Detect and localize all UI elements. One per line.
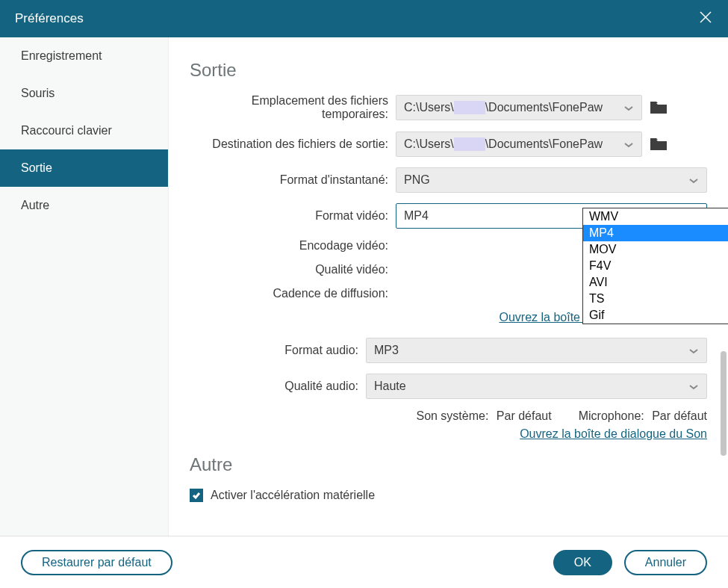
restore-defaults-button[interactable]: Restaurer par défaut xyxy=(21,550,172,575)
chevron-down-icon xyxy=(688,173,699,187)
audio-format-value: MP3 xyxy=(374,344,399,357)
microphone-value: Par défaut xyxy=(652,409,707,422)
sidebar-item-autre[interactable]: Autre xyxy=(0,187,168,224)
output-location-label: Destination des fichiers de sortie: xyxy=(190,137,396,151)
output-location-value: C:\Users\\Documents\FonePaw xyxy=(404,137,603,152)
framerate-label: Cadence de diffusion: xyxy=(190,287,396,300)
hw-accel-checkbox[interactable] xyxy=(190,489,203,502)
snapshot-format-label: Format d'instantané: xyxy=(190,173,396,187)
chevron-down-icon xyxy=(688,380,699,393)
audio-format-label: Format audio: xyxy=(190,344,366,357)
video-format-dropdown: WMV MP4 MOV F4V AVI TS Gif xyxy=(582,208,728,324)
cancel-button[interactable]: Annuler xyxy=(624,550,707,575)
sidebar-item-souris[interactable]: Souris xyxy=(0,75,168,112)
titlebar: Préférences xyxy=(0,0,728,37)
body: Enregistrement Souris Raccourci clavier … xyxy=(0,37,728,536)
snapshot-format-value: PNG xyxy=(404,173,430,187)
dropdown-item-avi[interactable]: AVI xyxy=(583,274,728,291)
sidebar-item-sortie[interactable]: Sortie xyxy=(0,149,168,187)
chevron-down-icon xyxy=(688,344,699,357)
section-title-sortie: Sortie xyxy=(190,60,707,81)
section-title-autre: Autre xyxy=(190,454,707,475)
hw-accel-label: Activer l'accélération matérielle xyxy=(211,489,375,502)
video-quality-label: Qualité vidéo: xyxy=(190,263,396,276)
temp-location-label: Emplacement des fichiers temporaires: xyxy=(190,94,396,121)
scrollbar-thumb[interactable] xyxy=(721,351,727,456)
dropdown-item-mov[interactable]: MOV xyxy=(583,241,728,258)
preferences-window: Préférences Enregistrement Souris Raccou… xyxy=(0,0,728,588)
main-panel: Sortie Emplacement des fichiers temporai… xyxy=(169,37,728,536)
audio-format-select[interactable]: MP3 xyxy=(366,338,707,363)
window-title: Préférences xyxy=(15,11,84,26)
system-sound-value: Par défaut xyxy=(497,409,552,422)
dropdown-item-gif[interactable]: Gif xyxy=(583,307,728,324)
close-icon[interactable] xyxy=(698,10,713,28)
microphone-label: Microphone: xyxy=(579,409,644,422)
chevron-down-icon xyxy=(623,101,634,114)
video-encoding-label: Encodage vidéo: xyxy=(190,239,396,253)
dropdown-item-wmv[interactable]: WMV xyxy=(583,208,728,225)
folder-icon[interactable] xyxy=(648,135,669,153)
folder-icon[interactable] xyxy=(648,99,669,117)
output-location-select[interactable]: C:\Users\\Documents\FonePaw xyxy=(396,131,642,157)
ok-button[interactable]: OK xyxy=(553,550,612,575)
sidebar-item-enregistrement[interactable]: Enregistrement xyxy=(0,37,168,75)
footer: Restaurer par défaut OK Annuler xyxy=(0,536,728,588)
dropdown-item-mp4[interactable]: MP4 xyxy=(583,225,728,241)
audio-quality-label: Qualité audio: xyxy=(190,380,366,393)
video-format-value: MP4 xyxy=(404,209,429,223)
sidebar-item-raccourci[interactable]: Raccourci clavier xyxy=(0,112,168,149)
temp-location-value: C:\Users\\Documents\FonePaw xyxy=(404,101,603,115)
dropdown-item-ts[interactable]: TS xyxy=(583,291,728,307)
sound-dialog-link[interactable]: Ouvrez la boîte de dialogue du Son xyxy=(520,427,707,440)
audio-quality-value: Haute xyxy=(374,380,406,393)
sidebar: Enregistrement Souris Raccourci clavier … xyxy=(0,37,169,536)
chevron-down-icon xyxy=(623,137,634,151)
video-format-label: Format vidéo: xyxy=(190,209,396,223)
system-sound-label: Son système: xyxy=(416,409,488,422)
temp-location-select[interactable]: C:\Users\\Documents\FonePaw xyxy=(396,95,642,120)
dropdown-item-f4v[interactable]: F4V xyxy=(583,258,728,274)
snapshot-format-select[interactable]: PNG xyxy=(396,167,707,193)
audio-quality-select[interactable]: Haute xyxy=(366,374,707,399)
